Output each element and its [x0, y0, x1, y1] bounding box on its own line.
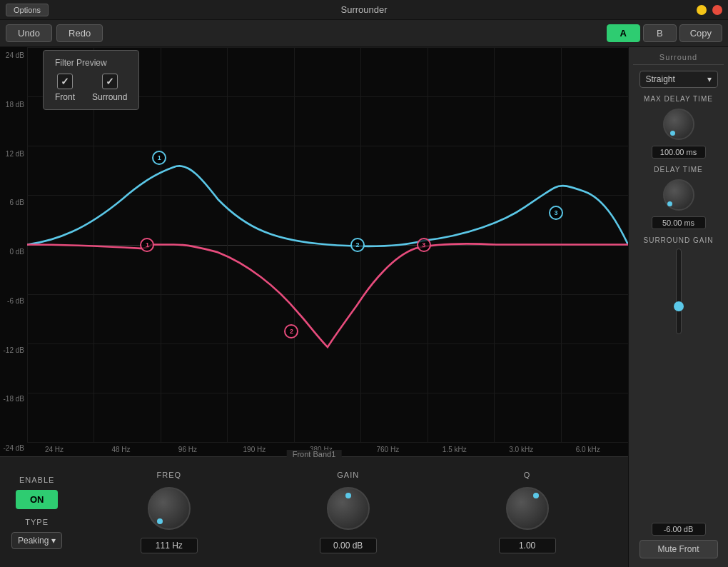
app-title: Surrounder — [340, 4, 387, 15]
gain-section: GAIN 0.00 dB — [258, 471, 438, 553]
type-label: TYPE — [25, 518, 49, 526]
minimize-button[interactable] — [697, 5, 707, 15]
delay-dot — [667, 201, 672, 206]
right-panel: Surround Straight ▾ MAX DELAY TIME 100.0… — [628, 47, 728, 567]
surround-gain-value: -6.00 dB — [652, 523, 706, 536]
surround-gain-track[interactable] — [676, 249, 682, 334]
undo-button[interactable]: Undo — [6, 24, 52, 42]
pink-band-1[interactable]: 1 — [140, 238, 154, 252]
max-delay-dot — [670, 131, 675, 136]
q-value: 1.00 — [499, 538, 556, 553]
delay-knob-container — [663, 179, 694, 211]
mute-front-button[interactable]: Mute Front — [639, 540, 718, 558]
close-button[interactable] — [712, 5, 722, 15]
filter-preview-popup: Filter Preview Front Surround — [43, 50, 139, 110]
y-labels: 24 dB 18 dB 12 dB 6 dB 0 dB -6 dB -12 dB… — [0, 47, 27, 456]
surround-filter-item: Surround — [92, 74, 127, 102]
q-label: Q — [524, 471, 531, 479]
pink-band-3[interactable]: 3 — [417, 238, 431, 252]
freq-value: 111 Hz — [141, 538, 198, 553]
y-label-6: 6 dB — [0, 199, 27, 206]
copy-button[interactable]: Copy — [679, 24, 722, 42]
x-label-190hz: 190 Hz — [243, 446, 266, 453]
y-label-18: 18 dB — [0, 101, 27, 109]
gain-knob[interactable] — [327, 487, 370, 530]
right-panel-title: Surround — [633, 53, 724, 65]
x-label-3khz: 3.0 kHz — [509, 446, 533, 453]
cyan-band-1[interactable]: 1 — [152, 151, 166, 165]
y-label-n24: -24 dB — [0, 444, 27, 452]
title-bar-right — [697, 5, 722, 15]
y-label-0: 0 dB — [0, 248, 27, 256]
freq-section: FREQ 111 Hz — [79, 471, 258, 553]
delay-knob[interactable] — [663, 179, 694, 211]
options-button[interactable]: Options — [6, 4, 49, 16]
enable-label: ENABLE — [19, 476, 54, 484]
y-label-12: 12 dB — [0, 150, 27, 158]
surround-gain-slider-section — [633, 249, 724, 518]
type-value: Peaking — [18, 536, 49, 546]
mode-select[interactable]: Straight ▾ — [639, 71, 718, 88]
cyan-band-2[interactable]: 2 — [350, 238, 365, 252]
bottom-panel: Front Band1 ENABLE ON TYPE Peaking ▾ FRE… — [0, 456, 628, 567]
max-delay-knob[interactable] — [663, 109, 694, 140]
x-label-1_5khz: 1.5 kHz — [443, 446, 467, 453]
x-label-24hz: 24 Hz — [45, 446, 64, 453]
gain-value: 0.00 dB — [320, 538, 377, 553]
q-knob[interactable] — [506, 487, 549, 530]
gain-label: GAIN — [337, 471, 359, 479]
y-label-n12: -12 dB — [0, 346, 27, 354]
b-button[interactable]: B — [643, 24, 677, 42]
surround-gain-thumb[interactable] — [674, 301, 684, 311]
redo-button[interactable]: Redo — [56, 24, 103, 42]
surround-gain-label: SURROUND GAIN — [643, 236, 713, 244]
ab-section: A B Copy — [607, 24, 722, 42]
surround-checkbox[interactable] — [102, 74, 118, 89]
max-delay-value: 100.00 ms — [652, 146, 706, 159]
gain-knob-container — [323, 483, 373, 533]
front-filter-label: Front — [55, 92, 75, 102]
max-delay-label: MAX DELAY TIME — [644, 95, 713, 103]
enable-section: ENABLE ON TYPE Peaking ▾ — [11, 476, 62, 549]
title-bar-left: Options — [6, 4, 49, 16]
toolbar: Undo Redo A B Copy — [0, 20, 728, 47]
front-checkbox[interactable] — [57, 74, 73, 89]
cyan-band-3[interactable]: 3 — [549, 206, 563, 220]
y-label-n6: -6 dB — [0, 297, 27, 305]
type-chevron-icon: ▾ — [51, 536, 56, 546]
main-area: Filter Preview Front Surround 24 dB 18 d… — [0, 47, 728, 567]
freq-label: FREQ — [157, 471, 182, 479]
x-label-6khz: 6.0 kHz — [576, 446, 600, 453]
mode-chevron-icon: ▾ — [707, 74, 712, 84]
on-button[interactable]: ON — [16, 490, 59, 509]
x-label-48hz: 48 Hz — [111, 446, 130, 453]
x-label-760hz: 760 Hz — [376, 446, 399, 453]
q-knob-dot — [533, 493, 539, 498]
surround-filter-label: Surround — [92, 92, 127, 102]
y-label-24: 24 dB — [0, 51, 27, 59]
delay-label: DELAY TIME — [654, 166, 702, 174]
pink-band-2[interactable]: 2 — [284, 324, 298, 338]
freq-knob[interactable] — [148, 487, 191, 530]
filter-preview-items: Front Surround — [55, 74, 127, 102]
y-label-n18: -18 dB — [0, 395, 27, 403]
type-select[interactable]: Peaking ▾ — [11, 532, 62, 549]
front-filter-item: Front — [55, 74, 75, 102]
band-title: Front Band1 — [287, 450, 342, 458]
gain-knob-dot — [345, 493, 351, 498]
q-section: Q 1.00 — [438, 471, 617, 553]
x-label-96hz: 96 Hz — [178, 446, 197, 453]
freq-knob-container — [144, 483, 194, 533]
freq-knob-dot — [157, 518, 163, 524]
max-delay-knob-container — [663, 109, 694, 140]
filter-preview-title: Filter Preview — [55, 58, 127, 68]
mode-value: Straight — [646, 74, 675, 84]
delay-value: 50.00 ms — [652, 216, 706, 229]
a-button[interactable]: A — [607, 24, 640, 42]
q-knob-container — [502, 483, 552, 533]
eq-panel: Filter Preview Front Surround 24 dB 18 d… — [0, 47, 628, 567]
title-bar: Options Surrounder — [0, 0, 728, 20]
